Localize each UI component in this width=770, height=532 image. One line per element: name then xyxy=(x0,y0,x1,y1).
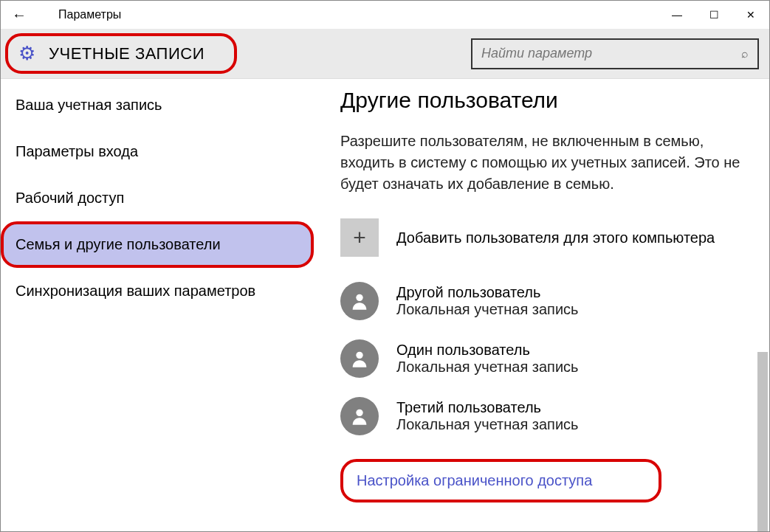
user-name: Третий пользователь xyxy=(396,399,579,416)
user-type: Локальная учетная запись xyxy=(396,359,579,376)
header-row: ⚙ УЧЕТНЫЕ ЗАПИСИ ⌕ xyxy=(1,29,769,79)
user-row[interactable]: Один пользователь Локальная учетная запи… xyxy=(340,339,743,378)
settings-window: ← Параметры — ☐ ✕ ⚙ УЧЕТНЫЕ ЗАПИСИ ⌕ Ваш… xyxy=(0,0,770,532)
window-title: Параметры xyxy=(38,8,121,21)
avatar-icon xyxy=(340,339,379,378)
user-name: Другой пользователь xyxy=(396,284,579,301)
assigned-access-link[interactable]: Настройка ограниченного доступа xyxy=(357,472,592,488)
scrollbar-track[interactable] xyxy=(757,153,768,524)
search-input[interactable] xyxy=(481,46,741,61)
content-pane: Другие пользователи Разрешите пользовате… xyxy=(314,79,769,531)
scrollbar-thumb[interactable] xyxy=(757,352,768,531)
search-icon: ⌕ xyxy=(741,47,749,61)
page-description: Разрешите пользователям, не включенным в… xyxy=(340,131,743,195)
search-box[interactable]: ⌕ xyxy=(471,38,759,69)
avatar-icon xyxy=(340,397,379,435)
user-name: Один пользователь xyxy=(396,342,579,359)
user-type: Локальная учетная запись xyxy=(396,301,579,318)
sidebar-item-sync-settings[interactable]: Синхронизация ваших параметров xyxy=(1,268,314,314)
body: Ваша учетная запись Параметры входа Рабо… xyxy=(1,79,769,531)
sidebar: Ваша учетная запись Параметры входа Рабо… xyxy=(1,79,314,531)
close-button[interactable]: ✕ xyxy=(732,1,769,29)
sidebar-item-your-account[interactable]: Ваша учетная запись xyxy=(1,82,314,128)
sidebar-item-work-access[interactable]: Рабочий доступ xyxy=(1,175,314,221)
assigned-access-highlight: Настройка ограниченного доступа xyxy=(340,459,661,502)
svg-point-1 xyxy=(356,352,362,359)
minimize-button[interactable]: — xyxy=(659,1,695,29)
svg-point-0 xyxy=(356,294,362,301)
maximize-button[interactable]: ☐ xyxy=(695,1,732,29)
user-row[interactable]: Третий пользователь Локальная учетная за… xyxy=(340,397,743,435)
add-user-label: Добавить пользователя для этого компьюте… xyxy=(396,229,715,246)
avatar-icon xyxy=(340,282,379,320)
add-user-row[interactable]: + Добавить пользователя для этого компью… xyxy=(340,218,743,257)
app-name: УЧЕТНЫЕ ЗАПИСИ xyxy=(49,44,204,63)
add-user-button[interactable]: + xyxy=(340,218,379,257)
app-caption-highlight: ⚙ УЧЕТНЫЕ ЗАПИСИ xyxy=(5,33,237,74)
titlebar: ← Параметры — ☐ ✕ xyxy=(1,1,769,29)
sidebar-item-signin-options[interactable]: Параметры входа xyxy=(1,128,314,175)
user-row[interactable]: Другой пользователь Локальная учетная за… xyxy=(340,282,743,320)
page-heading: Другие пользователи xyxy=(340,88,743,113)
plus-icon: + xyxy=(353,225,366,250)
sidebar-item-family-other-users[interactable]: Семья и другие пользователи xyxy=(1,221,314,268)
back-button[interactable]: ← xyxy=(1,7,38,24)
svg-point-2 xyxy=(356,410,362,416)
user-type: Локальная учетная запись xyxy=(396,416,579,433)
gear-icon: ⚙ xyxy=(18,42,35,65)
